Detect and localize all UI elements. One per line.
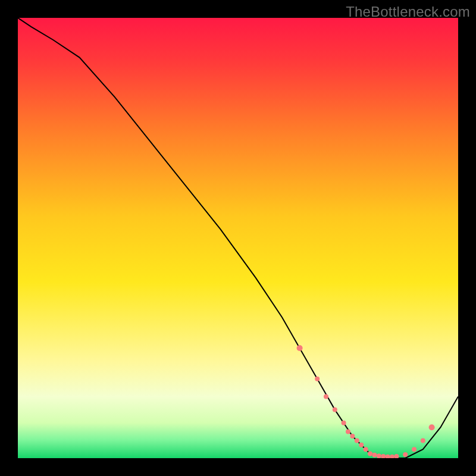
highlight-dot	[377, 453, 381, 458]
chart-svg	[18, 18, 458, 458]
stage: TheBottleneck.com	[0, 0, 476, 476]
highlight-dot	[346, 430, 350, 434]
highlight-dot	[350, 434, 355, 439]
highlight-dot	[368, 452, 372, 456]
highlight-dot	[359, 443, 364, 447]
highlight-dot	[412, 447, 416, 452]
highlight-dot	[421, 438, 425, 443]
highlight-dot	[324, 394, 328, 399]
watermark-label: TheBottleneck.com	[346, 4, 470, 20]
highlight-dot	[355, 438, 359, 443]
highlight-dot	[342, 421, 346, 425]
highlight-dot	[364, 447, 368, 452]
highlight-dot	[403, 452, 408, 457]
highlight-dot	[333, 408, 337, 412]
highlight-dot	[429, 424, 435, 430]
gradient-background	[18, 18, 458, 458]
highlight-dot	[372, 453, 377, 458]
plot-area	[18, 18, 458, 458]
highlight-dot	[315, 377, 320, 381]
highlight-dot	[297, 345, 303, 351]
